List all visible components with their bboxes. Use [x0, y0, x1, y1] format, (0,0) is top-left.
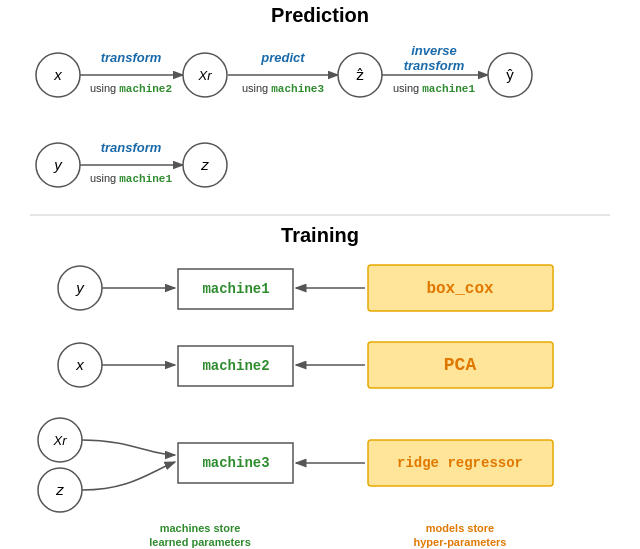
footer-machines: machines store [160, 522, 241, 534]
train-node-z-label: z [55, 481, 64, 498]
arrow-xr-machine3 [82, 440, 175, 455]
sublabel-machine1-pred: using machine1 [393, 82, 476, 95]
footer-models-2: hyper-parameters [414, 536, 507, 548]
sublabel-machine3: using machine3 [242, 82, 325, 95]
node-z2-label: z [200, 156, 209, 173]
training-title: Training [281, 224, 359, 246]
arrow-z-machine3 [82, 462, 175, 490]
box-pca-label: PCA [444, 355, 477, 375]
node-xr-label: Xr [198, 68, 213, 83]
box-boxcox-label: box_cox [426, 280, 494, 298]
box-machine2-label: machine2 [202, 358, 269, 374]
label-transform-3: transform [101, 140, 162, 155]
node-zhat-label: ẑ [356, 66, 364, 83]
label-transform-1: transform [101, 50, 162, 65]
node-yhat-label: ŷ [506, 66, 514, 83]
footer-models: models store [426, 522, 494, 534]
box-machine3-label: machine3 [202, 455, 269, 471]
label-transform-2: transform [404, 58, 465, 73]
label-predict: predict [260, 50, 305, 65]
label-inverse-transform: inverse [411, 43, 457, 58]
sublabel-machine2: using machine2 [90, 82, 172, 95]
train-node-x-label: x [75, 356, 84, 373]
box-ridge-label: ridge regressor [397, 455, 523, 471]
box-machine1-label: machine1 [202, 281, 269, 297]
node-x-label: x [53, 66, 62, 83]
train-node-xr-label: Xr [53, 433, 68, 448]
diagram-container: Prediction transform using machine2 pred… [0, 0, 640, 549]
sublabel-machine1-y: using machine1 [90, 172, 173, 185]
prediction-title: Prediction [271, 4, 369, 26]
footer-machines-2: learned parameters [149, 536, 251, 548]
